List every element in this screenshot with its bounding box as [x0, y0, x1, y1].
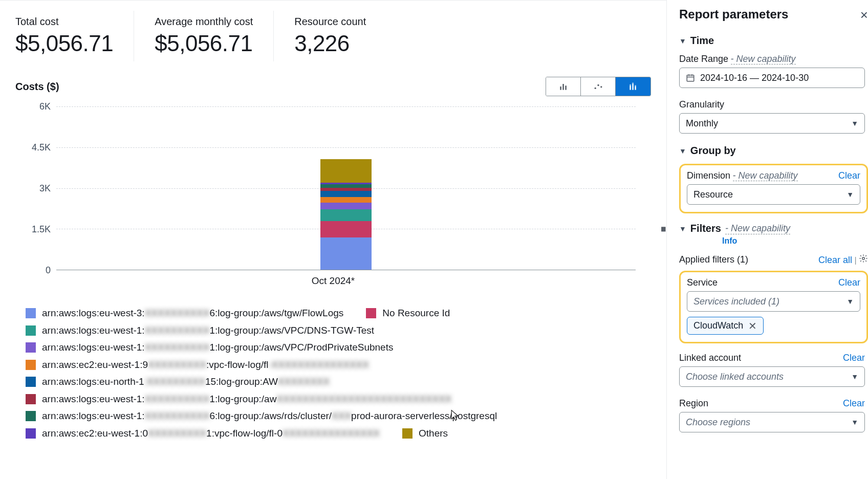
chart-title: Costs ($)	[15, 81, 59, 93]
chevron-down-icon: ▼	[851, 119, 858, 127]
new-capability-badge: - New capability	[731, 54, 796, 64]
bar-segment[interactable]	[320, 197, 372, 203]
svg-rect-1	[562, 84, 564, 90]
caret-down-icon: ▼	[679, 147, 686, 155]
metric-resource-count: Resource count 3,226	[274, 11, 386, 61]
grid-line	[56, 106, 636, 107]
clear-region-link[interactable]: Clear	[843, 398, 865, 409]
svg-rect-9	[632, 83, 634, 84]
legend-swatch	[26, 394, 36, 404]
close-icon[interactable]: ×	[860, 7, 868, 23]
dimension-select[interactable]: Resource ▼	[687, 184, 860, 205]
main-content: Total cost $5,056.71 Average monthly cos…	[0, 0, 666, 479]
legend-row: arn:aws:ec2:eu-west-1:0XXXXXXXXX1:vpc-fl…	[26, 426, 651, 441]
bar-segment[interactable]	[320, 159, 372, 183]
y-axis: 01.5K3K4.5K6K	[15, 106, 54, 270]
legend-swatch	[26, 428, 36, 439]
clear-dimension-link[interactable]: Clear	[838, 170, 860, 181]
svg-rect-12	[687, 75, 694, 81]
new-capability-badge: - New capability	[725, 223, 790, 234]
date-range-input[interactable]: 2024-10-16 — 2024-10-30	[679, 68, 865, 88]
chart-header: Costs ($)	[15, 77, 651, 96]
linked-account-select[interactable]: Choose linked accounts ▼	[679, 366, 865, 387]
bar-chart-icon	[558, 81, 569, 92]
bar-segment[interactable]	[320, 237, 372, 270]
granularity-select[interactable]: Monthly ▼	[679, 113, 865, 134]
svg-rect-8	[632, 84, 634, 90]
field-label: Region	[679, 398, 708, 409]
info-link[interactable]: Info	[722, 236, 737, 245]
highlight-service: Service Clear Services included (1) ▼ Cl…	[679, 271, 868, 343]
y-tick: 0	[46, 265, 51, 276]
service-chip-cloudwatch: CloudWatch ✕	[687, 317, 764, 335]
legend-label: arn:aws:logs:eu-west-3:XXXXXXXXXX6:log-g…	[42, 306, 343, 321]
field-linked-account: Linked account Clear Choose linked accou…	[679, 353, 868, 387]
field-label: Service	[687, 277, 718, 288]
metrics-row: Total cost $5,056.71 Average monthly cos…	[15, 11, 651, 61]
clear-linked-link[interactable]: Clear	[843, 353, 865, 363]
metric-label: Total cost	[15, 16, 113, 28]
section-label: Group by	[690, 145, 736, 157]
linked-placeholder: Choose linked accounts	[686, 372, 784, 382]
service-value: Services included (1)	[693, 296, 779, 307]
legend-row: arn:aws:ec2:eu-west-1:9XXXXXXXXX:vpc-flo…	[26, 358, 651, 373]
metric-label: Resource count	[294, 16, 366, 28]
clear-all-link[interactable]: Clear all	[818, 255, 852, 265]
stacked-bar-icon	[628, 81, 638, 92]
bar-segment[interactable]	[320, 209, 372, 221]
chart-type-bar-button[interactable]	[546, 77, 581, 96]
report-parameters-panel: ▮▮ × Report parameters ▼ Time Date Range…	[666, 0, 868, 479]
chevron-down-icon: ▼	[851, 418, 858, 426]
svg-rect-7	[630, 84, 631, 86]
svg-rect-6	[630, 85, 631, 90]
gear-icon[interactable]	[859, 256, 868, 265]
applied-filters-row: Applied filters (1) Clear all |	[679, 254, 868, 266]
legend-swatch	[26, 411, 36, 421]
section-groupby-header[interactable]: ▼ Group by	[679, 145, 868, 157]
chevron-down-icon: ▼	[851, 373, 858, 381]
legend-swatch	[26, 308, 36, 318]
legend-swatch	[26, 377, 36, 387]
caret-down-icon: ▼	[679, 37, 686, 45]
legend-swatch	[26, 360, 36, 370]
bar-segment[interactable]	[320, 221, 372, 237]
legend-row: arn:aws:logs:eu-west-1:XXXXXXXXXX1:log-g…	[26, 323, 651, 338]
section-time-header[interactable]: ▼ Time	[679, 35, 868, 47]
legend-swatch	[26, 325, 36, 336]
legend-label: arn:aws:logs:eu-north-1:XXXXXXXXX15:log-…	[42, 375, 330, 389]
legend-label: arn:aws:logs:eu-west-1:XXXXXXXXXX1:log-g…	[42, 323, 374, 338]
field-region: Region Clear Choose regions ▼	[679, 398, 868, 432]
legend-row: arn:aws:logs:eu-west-1:XXXXXXXXXX6:log-g…	[26, 409, 651, 424]
metric-avg-cost: Average monthly cost $5,056.71	[134, 11, 274, 61]
field-granularity: Granularity Monthly ▼	[679, 99, 868, 134]
svg-rect-2	[565, 85, 567, 90]
panel-collapse-handle[interactable]: ▮▮	[661, 225, 665, 232]
legend-swatch	[402, 428, 413, 439]
metric-value: $5,056.71	[15, 31, 113, 56]
highlight-dimension: Dimension - New capability Clear Resourc…	[679, 164, 868, 213]
section-filters-header[interactable]: ▼ Filters - New capability	[679, 223, 868, 234]
stacked-bar[interactable]	[320, 159, 372, 270]
svg-rect-0	[560, 86, 561, 90]
field-label: Linked account	[679, 353, 741, 363]
chart-type-stacked-button[interactable]	[616, 77, 650, 96]
chart-type-line-button[interactable]	[581, 77, 616, 96]
clear-service-link[interactable]: Clear	[838, 277, 860, 288]
chevron-down-icon: ▼	[847, 190, 854, 199]
field-label: Granularity	[679, 99, 724, 110]
region-select[interactable]: Choose regions ▼	[679, 412, 865, 432]
svg-point-16	[862, 257, 865, 260]
bar-segment[interactable]	[320, 188, 372, 191]
bar-segment[interactable]	[320, 203, 372, 209]
metric-label: Average monthly cost	[155, 16, 253, 28]
y-tick: 6K	[39, 101, 51, 112]
bar-segment[interactable]	[320, 191, 372, 197]
chart-legend: arn:aws:logs:eu-west-3:XXXXXXXXXX6:log-g…	[15, 306, 651, 441]
svg-point-4	[597, 84, 599, 86]
service-select[interactable]: Services included (1) ▼	[687, 291, 860, 312]
calendar-icon	[686, 73, 695, 82]
new-capability-badge: - New capability	[733, 170, 798, 181]
remove-chip-icon[interactable]: ✕	[748, 321, 757, 331]
metric-value: $5,056.71	[155, 31, 253, 56]
caret-down-icon: ▼	[679, 225, 686, 233]
